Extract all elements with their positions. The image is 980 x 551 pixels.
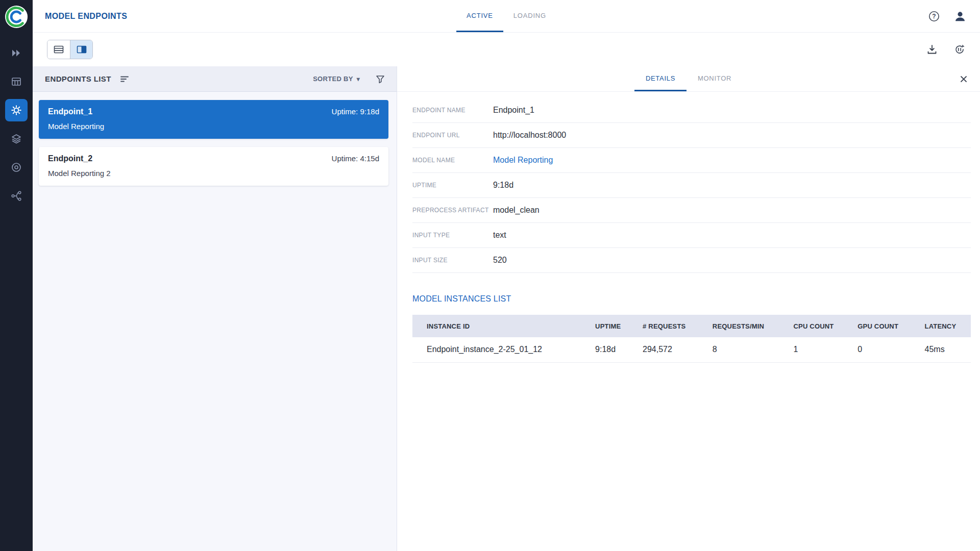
field-value: text xyxy=(493,231,506,240)
sidebar-item-projects[interactable] xyxy=(5,70,28,93)
field-value: Endpoint_1 xyxy=(493,106,534,115)
auto-refresh-icon xyxy=(953,43,966,56)
field-label: UPTIME xyxy=(412,182,493,189)
clearml-logo[interactable] xyxy=(5,5,28,29)
page-title: MODEL ENDPOINTS xyxy=(45,12,127,21)
details-panel: DETAILS MONITOR ENDPOINT NAME Endpoint_1 xyxy=(397,66,980,551)
app-root: MODEL ENDPOINTS ACTIVE LOADING ? xyxy=(0,0,980,551)
user-avatar-icon xyxy=(953,10,967,23)
content-area: ENDPOINTS LIST SORTED BY ▾ xyxy=(33,66,980,551)
filter-funnel-icon xyxy=(375,74,385,84)
endpoints-panel: ENDPOINTS LIST SORTED BY ▾ xyxy=(33,66,397,551)
double-play-icon xyxy=(11,47,22,59)
endpoints-list-title: ENDPOINTS LIST xyxy=(45,74,111,83)
close-details-button[interactable] xyxy=(959,66,969,91)
col-gpu-count: GPU COUNT xyxy=(853,315,920,337)
model-instances-table: INSTANCE ID UPTIME # REQUESTS REQUESTS/M… xyxy=(412,315,971,363)
list-view-button[interactable] xyxy=(47,40,70,59)
cell-requests: 294,572 xyxy=(639,337,708,362)
endpoint-uptime: Uptime: 9:18d xyxy=(332,107,379,116)
sidebar-item-getting-started[interactable] xyxy=(5,42,28,64)
header-actions: ? xyxy=(928,10,967,23)
endpoint-uptime: Uptime: 4:15d xyxy=(332,154,379,163)
tab-monitor[interactable]: MONITOR xyxy=(687,66,743,91)
cell-gpu-count: 0 xyxy=(853,337,920,362)
endpoint-model: Model Reporting 2 xyxy=(48,169,379,178)
field-label: INPUT TYPE xyxy=(412,232,493,239)
download-icon xyxy=(926,43,938,56)
endpoints-card-list: Endpoint_1 Uptime: 9:18d Model Reporting… xyxy=(33,92,397,194)
model-instances-title: MODEL INSTANCES LIST xyxy=(412,294,971,304)
details-tabs: DETAILS MONITOR xyxy=(397,66,980,92)
download-button[interactable] xyxy=(926,43,938,56)
field-row-model-name: MODEL NAME Model Reporting xyxy=(412,148,971,173)
model-name-link[interactable]: Model Reporting xyxy=(493,156,553,165)
sidebar-item-model-serving[interactable] xyxy=(5,99,28,121)
sidebar xyxy=(0,0,33,551)
main-area: MODEL ENDPOINTS ACTIVE LOADING ? xyxy=(33,0,980,551)
grid-table-icon xyxy=(11,76,22,87)
layers-icon xyxy=(11,133,22,144)
endpoint-card-2[interactable]: Endpoint_2 Uptime: 4:15d Model Reporting… xyxy=(39,147,388,186)
col-cpu-count: CPU COUNT xyxy=(789,315,853,337)
field-value: 520 xyxy=(493,256,507,265)
table-row: Endpoint_instance_2-25_01_12 9:18d 294,5… xyxy=(412,337,971,362)
field-label: MODEL NAME xyxy=(412,157,493,164)
tab-loading[interactable]: LOADING xyxy=(503,0,556,32)
pipeline-icon xyxy=(11,190,22,202)
cell-cpu-count: 1 xyxy=(789,337,853,362)
endpoint-card-1[interactable]: Endpoint_1 Uptime: 9:18d Model Reporting xyxy=(39,100,388,139)
endpoint-name: Endpoint_1 xyxy=(48,107,92,116)
card-row: Endpoint_2 Uptime: 4:15d xyxy=(48,154,379,163)
field-value: http://localhost:8000 xyxy=(493,131,566,140)
cell-requests-min: 8 xyxy=(708,337,790,362)
split-view-icon xyxy=(76,44,87,55)
col-requests: # REQUESTS xyxy=(639,315,708,337)
field-value: model_clean xyxy=(493,206,540,215)
field-row-endpoint-name: ENDPOINT NAME Endpoint_1 xyxy=(412,98,971,123)
col-latency: LATENCY xyxy=(921,315,971,337)
chevron-down-icon: ▾ xyxy=(357,76,360,83)
field-label: ENDPOINT NAME xyxy=(412,107,493,114)
list-view-icon xyxy=(53,44,64,55)
gear-icon xyxy=(11,105,22,116)
cell-uptime: 9:18d xyxy=(591,337,639,362)
user-menu-button[interactable] xyxy=(953,10,967,23)
col-instance-id: INSTANCE ID xyxy=(412,315,591,337)
field-row-input-size: INPUT SIZE 520 xyxy=(412,248,971,273)
col-requests-min: REQUESTS/MIN xyxy=(708,315,790,337)
endpoint-model: Model Reporting xyxy=(48,122,379,131)
field-row-preprocess-artifact: PREPROCESS ARTIFACT model_clean xyxy=(412,198,971,223)
disc-icon xyxy=(11,162,22,173)
endpoints-panel-header: ENDPOINTS LIST SORTED BY ▾ xyxy=(33,66,397,92)
sidebar-item-hyper-datasets[interactable] xyxy=(5,156,28,179)
close-icon xyxy=(959,74,969,84)
field-row-uptime: UPTIME 9:18d xyxy=(412,173,971,198)
toolbar-actions xyxy=(926,43,966,56)
sorted-by-dropdown[interactable]: SORTED BY ▾ xyxy=(313,75,360,83)
details-body: ENDPOINT NAME Endpoint_1 ENDPOINT URL ht… xyxy=(397,92,980,551)
endpoint-name: Endpoint_2 xyxy=(48,154,92,163)
auto-refresh-button[interactable] xyxy=(953,43,966,56)
header-tabs: ACTIVE LOADING xyxy=(456,0,556,32)
field-row-endpoint-url: ENDPOINT URL http://localhost:8000 xyxy=(412,123,971,148)
top-header: MODEL ENDPOINTS ACTIVE LOADING ? xyxy=(33,0,980,33)
split-view-button[interactable] xyxy=(70,40,92,59)
filter-button[interactable] xyxy=(375,74,385,84)
tab-details[interactable]: DETAILS xyxy=(634,66,687,91)
sort-lines-icon xyxy=(119,74,130,84)
table-header-row: INSTANCE ID UPTIME # REQUESTS REQUESTS/M… xyxy=(412,315,971,337)
col-uptime: UPTIME xyxy=(591,315,639,337)
help-icon: ? xyxy=(928,10,940,22)
card-row: Endpoint_1 Uptime: 9:18d xyxy=(48,107,379,116)
field-label: INPUT SIZE xyxy=(412,257,493,264)
sidebar-item-pipelines[interactable] xyxy=(5,185,28,207)
sidebar-item-datasets[interactable] xyxy=(5,128,28,150)
cell-instance-id: Endpoint_instance_2-25_01_12 xyxy=(412,337,591,362)
view-mode-toggle xyxy=(47,40,93,59)
cell-latency: 45ms xyxy=(921,337,971,362)
tab-active[interactable]: ACTIVE xyxy=(456,0,503,32)
sort-options-button[interactable] xyxy=(119,74,130,84)
help-button[interactable]: ? xyxy=(928,10,940,22)
field-label: ENDPOINT URL xyxy=(412,132,493,139)
